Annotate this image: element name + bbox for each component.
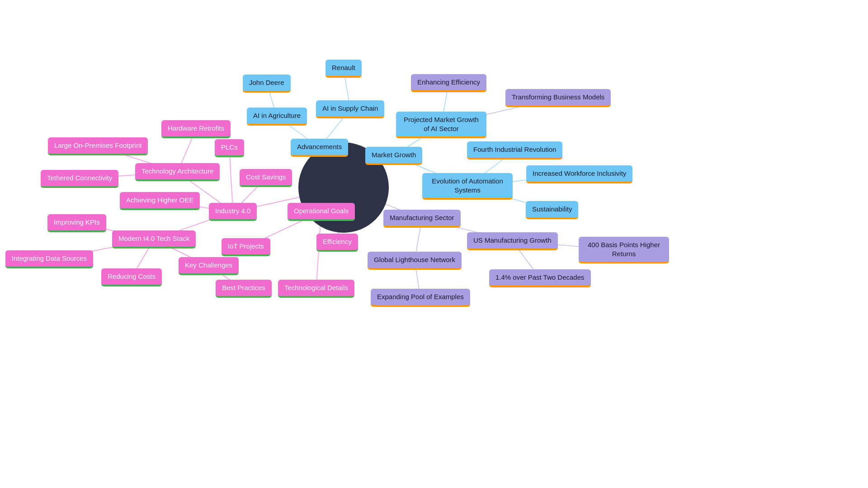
global-lighthouse: Global Lighthouse Network bbox=[368, 252, 462, 270]
evolution-automation: Evolution of Automation Systems bbox=[422, 173, 513, 200]
sustainability: Sustainability bbox=[526, 201, 578, 219]
efficiency: Efficiency bbox=[316, 234, 358, 252]
plcs: PLCs bbox=[215, 139, 244, 157]
operational-goals: Operational Goals bbox=[288, 203, 355, 221]
fourth-industrial: Fourth Industrial Revolution bbox=[467, 141, 562, 160]
iot-projects: IoT Projects bbox=[222, 238, 270, 256]
ai-agriculture: AI in Agriculture bbox=[247, 108, 307, 126]
renault: Renault bbox=[326, 60, 362, 78]
ai-supply-chain: AI in Supply Chain bbox=[316, 100, 384, 118]
cost-savings: Cost Savings bbox=[240, 169, 292, 187]
technology-arch: Technology Architecture bbox=[135, 163, 220, 181]
enhancing-efficiency: Enhancing Efficiency bbox=[411, 74, 486, 92]
modern-tech-stack: Modern I4.0 Tech Stack bbox=[112, 230, 196, 249]
400-basis: 400 Basis Points Higher Returns bbox=[579, 237, 669, 263]
achieving-oee: Achieving Higher OEE bbox=[120, 192, 200, 210]
transforming-business: Transforming Business Models bbox=[505, 89, 611, 107]
john-deere: John Deere bbox=[243, 75, 291, 93]
expanding-pool: Expanding Pool of Examples bbox=[371, 289, 470, 307]
1-4-percent: 1.4% over Past Two Decades bbox=[489, 269, 591, 287]
increased-workforce: Increased Workforce Inclusivity bbox=[526, 165, 632, 183]
us-manufacturing: US Manufacturing Growth bbox=[467, 232, 558, 250]
key-challenges: Key Challenges bbox=[179, 257, 239, 275]
integrating-data: Integrating Data Sources bbox=[5, 250, 93, 268]
hardware-retrofits: Hardware Retrofits bbox=[161, 120, 231, 138]
projected-market: Projected Market Growth of AI Sector bbox=[396, 112, 486, 138]
best-practices: Best Practices bbox=[216, 280, 272, 298]
svg-line-21 bbox=[229, 148, 233, 212]
market-growth: Market Growth bbox=[365, 147, 422, 165]
tethered-connectivity: Tethered Connectivity bbox=[41, 170, 118, 188]
manufacturing-sector: Manufacturing Sector bbox=[383, 210, 461, 228]
improving-kpis: Improving KPIs bbox=[47, 214, 106, 232]
industry40: Industry 4.0 bbox=[209, 203, 257, 221]
advancements: Advancements bbox=[291, 139, 348, 157]
technological-details: Technological Details bbox=[278, 280, 354, 298]
reducing-costs: Reducing Costs bbox=[101, 268, 162, 286]
large-footprint: Large On-Premises Footprint bbox=[48, 137, 148, 155]
